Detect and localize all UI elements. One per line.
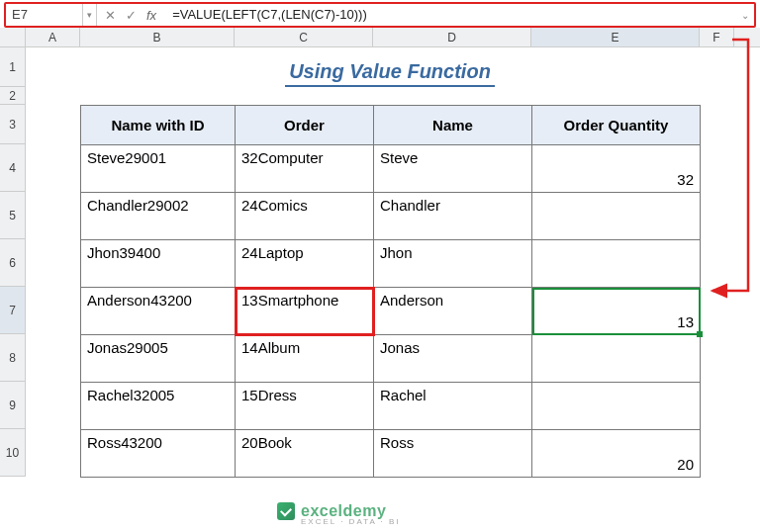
row-header-8[interactable]: 8 [0,334,26,382]
table-row: Jhon39400 24Laptop Jhon [81,240,701,288]
table-header-row: Name with ID Order Name Order Quantity [81,106,701,145]
row-headers: 1 2 3 4 5 6 7 8 9 10 [0,47,26,477]
row-2-spacer [26,87,760,105]
fx-icon[interactable]: fx [146,8,156,23]
cell-c5[interactable]: 24Comics [236,193,374,240]
header-qty[interactable]: Order Quantity [532,106,701,145]
col-header-d[interactable]: D [373,28,531,46]
cell-c9[interactable]: 15Dress [236,383,374,430]
row-header-1[interactable]: 1 [0,47,26,87]
col-header-f[interactable]: F [700,28,734,46]
cell-b5[interactable]: Chandler29002 [81,193,236,240]
row-header-3[interactable]: 3 [0,105,26,144]
cell-d7[interactable]: Anderson [374,288,532,335]
row-header-5[interactable]: 5 [0,192,26,239]
cell-d4[interactable]: Steve [374,145,532,193]
cell-e8[interactable] [532,335,701,383]
header-order[interactable]: Order [236,106,374,145]
cell-e9[interactable] [532,383,701,430]
cell-e5[interactable] [532,193,701,240]
col-header-e[interactable]: E [531,28,700,46]
cell-b10[interactable]: Ross43200 [81,430,236,478]
table-row: Rachel32005 15Dress Rachel [81,383,701,430]
confirm-icon[interactable]: ✓ [126,8,137,23]
title-row: Using Value Function [80,47,700,87]
row-header-6[interactable]: 6 [0,239,26,287]
row-header-9[interactable]: 9 [0,382,26,429]
spreadsheet-grid: A B C D E F 1 2 3 4 5 6 7 8 9 10 Using V… [0,28,760,478]
data-table: Name with ID Order Name Order Quantity S… [80,105,701,478]
cell-b9[interactable]: Rachel32005 [81,383,236,430]
column-headers: A B C D E F [26,28,760,47]
header-name[interactable]: Name [374,106,532,145]
header-name-id[interactable]: Name with ID [81,106,236,145]
cell-e7[interactable]: 13 [532,288,701,335]
table-row: Ross43200 20Book Ross 20 [81,430,701,478]
cell-d6[interactable]: Jhon [374,240,532,288]
col-header-c[interactable]: C [235,28,373,46]
formula-input[interactable]: =VALUE(LEFT(C7,(LEN(C7)-10))) [164,4,736,26]
cell-d9[interactable]: Rachel [374,383,532,430]
cell-c8[interactable]: 14Album [236,335,374,383]
watermark-tagline: EXCEL · DATA · BI [301,517,401,526]
formula-bar: E7 ▾ ✕ ✓ fx =VALUE(LEFT(C7,(LEN(C7)-10))… [4,2,756,28]
table-row: Steve29001 32Computer Steve 32 [81,145,701,193]
formula-buttons: ✕ ✓ fx [97,8,164,23]
cell-d8[interactable]: Jonas [374,335,532,383]
row-header-7[interactable]: 7 [0,287,26,334]
cell-b4[interactable]: Steve29001 [81,145,236,193]
row-header-10[interactable]: 10 [0,429,26,477]
row-header-4[interactable]: 4 [0,144,26,192]
table-row: Anderson43200 13Smartphone Anderson 13 [81,288,701,335]
table-row: Chandler29002 24Comics Chandler [81,193,701,240]
sheet-area[interactable]: Using Value Function Name with ID Order … [26,47,760,478]
select-all-corner[interactable] [0,28,26,47]
cell-b6[interactable]: Jhon39400 [81,240,236,288]
cell-c6[interactable]: 24Laptop [236,240,374,288]
cell-b7[interactable]: Anderson43200 [81,288,236,335]
watermark-logo-icon [277,502,295,520]
cell-d10[interactable]: Ross [374,430,532,478]
cell-e10[interactable]: 20 [532,430,701,478]
cell-e4[interactable]: 32 [532,145,701,193]
cell-d5[interactable]: Chandler [374,193,532,240]
formula-expand-icon[interactable]: ⌄ [736,10,754,21]
sheet-title: Using Value Function [285,60,495,87]
cancel-icon[interactable]: ✕ [105,8,116,23]
cell-e6[interactable] [532,240,701,288]
name-box-dropdown[interactable]: ▾ [83,4,97,26]
col-header-b[interactable]: B [80,28,235,46]
cell-b8[interactable]: Jonas29005 [81,335,236,383]
cell-c10[interactable]: 20Book [236,430,374,478]
cell-c7[interactable]: 13Smartphone [236,288,374,335]
table-row: Jonas29005 14Album Jonas [81,335,701,383]
col-header-a[interactable]: A [26,28,80,46]
name-box[interactable]: E7 [6,4,83,26]
watermark: exceldemy EXCEL · DATA · BI [277,502,401,526]
row-header-2[interactable]: 2 [0,87,26,105]
cell-c4[interactable]: 32Computer [236,145,374,193]
